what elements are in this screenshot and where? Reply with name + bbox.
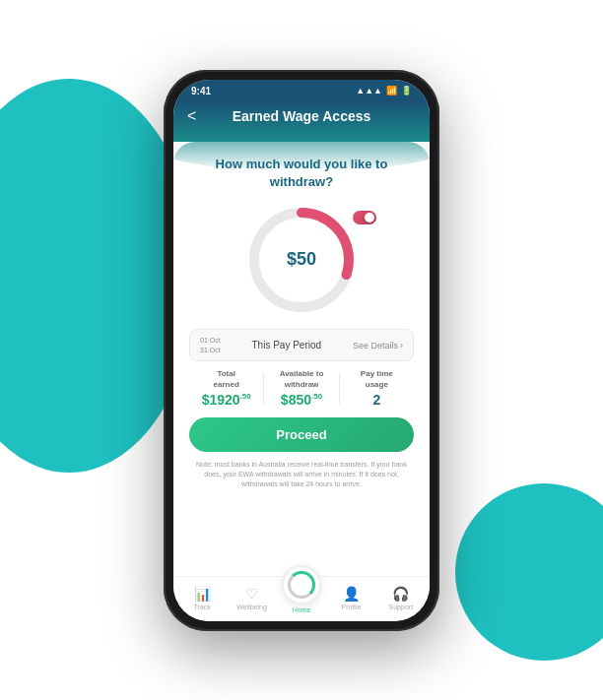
bg-shape-right <box>455 483 603 661</box>
profile-icon: 👤 <box>343 586 360 602</box>
content-area: How much would you like to withdraw? $50 <box>173 142 430 621</box>
track-icon: 📊 <box>194 586 211 602</box>
note-text: Note: most banks in Australia receive re… <box>189 460 414 488</box>
nav-home[interactable]: Home <box>277 565 326 613</box>
nav-track-label: Track <box>194 604 211 610</box>
back-button[interactable]: < <box>187 107 196 125</box>
status-bar: 9:41 ▲▲▲ 📶 🔋 <box>173 80 430 100</box>
dial-amount: $50 <box>287 249 316 270</box>
nav-home-label: Home <box>293 606 311 613</box>
signal-icon: ▲▲▲ <box>356 86 382 95</box>
stat-total-earned: Totalearned $1920.50 <box>189 369 263 408</box>
header: < Earned Wage Access <box>173 100 430 142</box>
nav-support-label: Support <box>389 604 414 610</box>
status-icons: ▲▲▲ 📶 🔋 <box>356 86 412 95</box>
stat-available: Available towithdraw $850.50 <box>264 369 338 408</box>
stat-pay-time: Pay timeusage 2 <box>340 369 414 408</box>
support-icon: 🎧 <box>392 586 409 602</box>
see-details-link[interactable]: See Details › <box>353 341 403 350</box>
phone-shell: 9:41 ▲▲▲ 📶 🔋 < Earned Wage Access How mu… <box>164 70 439 631</box>
bottom-nav: 📊 Track ♡ Wellbeing Home 👤 Profile <box>173 576 430 621</box>
header-title: Earned Wage Access <box>233 108 371 124</box>
nav-track[interactable]: 📊 Track <box>177 586 227 610</box>
dial-container[interactable]: $50 <box>189 201 414 319</box>
stat-pay-time-value: 2 <box>340 392 414 408</box>
status-time: 9:41 <box>191 86 211 96</box>
stat-available-label: Available towithdraw <box>264 369 338 390</box>
pay-period-dates: 01 Oct 31 Oct <box>200 336 221 355</box>
nav-support[interactable]: 🎧 Support <box>376 586 426 610</box>
proceed-button[interactable]: Proceed <box>189 417 414 452</box>
dial-toggle[interactable] <box>353 211 376 224</box>
stat-total-earned-value: $1920.50 <box>189 392 263 408</box>
home-button-circle[interactable] <box>282 565 321 605</box>
chevron-right-icon: › <box>400 341 403 350</box>
stat-total-earned-label: Totalearned <box>189 369 263 390</box>
nav-profile-label: Profile <box>342 604 362 610</box>
pay-period-row[interactable]: 01 Oct 31 Oct This Pay Period See Detail… <box>189 329 414 362</box>
nav-profile[interactable]: 👤 Profile <box>326 586 375 610</box>
stat-available-value: $850.50 <box>264 392 338 408</box>
battery-icon: 🔋 <box>401 86 412 95</box>
phone-screen: 9:41 ▲▲▲ 📶 🔋 < Earned Wage Access How mu… <box>173 80 430 621</box>
dial-toggle-knob <box>365 213 374 223</box>
wifi-icon: 📶 <box>386 86 397 95</box>
stats-row: Totalearned $1920.50 Available towithdra… <box>189 369 414 408</box>
stat-pay-time-label: Pay timeusage <box>340 369 414 390</box>
nav-wellbeing-label: Wellbeing <box>236 604 267 610</box>
pay-period-label: This Pay Period <box>252 340 322 350</box>
nav-wellbeing[interactable]: ♡ Wellbeing <box>227 586 276 610</box>
main-card: How much would you like to withdraw? $50 <box>173 142 430 576</box>
home-inner-ring <box>288 571 315 599</box>
wellbeing-icon: ♡ <box>245 586 258 602</box>
question-text: How much would you like to withdraw? <box>189 156 414 191</box>
